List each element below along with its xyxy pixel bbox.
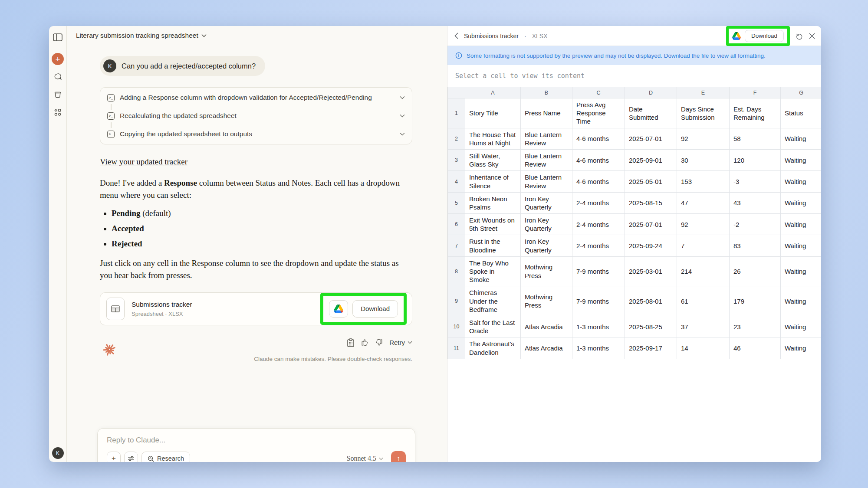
sheet-cell[interactable]: -2: [730, 214, 781, 235]
sheet-cell[interactable]: Atlas Arcadia: [521, 337, 572, 359]
sheet-cell[interactable]: Blue Lantern Review: [521, 149, 572, 170]
row-number[interactable]: 9: [448, 286, 465, 316]
column-header-c[interactable]: C: [572, 87, 625, 98]
google-drive-button[interactable]: [329, 300, 348, 318]
file-card[interactable]: Submissions tracker Spreadsheet · XLSX D…: [100, 292, 412, 325]
research-button[interactable]: Research: [141, 452, 190, 462]
column-header-f[interactable]: F: [730, 87, 781, 98]
sheet-cell[interactable]: The Astronaut's Dandelion: [465, 337, 521, 359]
version-history-button[interactable]: [796, 32, 803, 40]
google-drive-icon[interactable]: [732, 32, 741, 40]
sheet-cell[interactable]: 26: [730, 256, 781, 286]
model-selector[interactable]: Sonnet 4.5: [347, 455, 383, 462]
row-number[interactable]: 7: [448, 235, 465, 256]
sheet-cell[interactable]: Waiting: [781, 149, 822, 170]
tool-step-row[interactable]: >_ Copying the updated spreadsheet to ou…: [100, 125, 412, 143]
sheet-cell[interactable]: 2-4 months: [572, 235, 625, 256]
row-number[interactable]: 5: [448, 192, 465, 213]
sheet-cell[interactable]: Atlas Arcadia: [521, 316, 572, 337]
download-button[interactable]: Download: [352, 300, 398, 318]
back-button[interactable]: [454, 33, 458, 39]
thumbs-down-button[interactable]: [375, 338, 383, 347]
row-number[interactable]: 6: [448, 214, 465, 235]
sheet-cell[interactable]: 14: [677, 337, 730, 359]
sheet-cell[interactable]: The House That Hums at Night: [465, 128, 521, 149]
chat-scroll-area[interactable]: K Can you add a rejected/accepted column…: [67, 45, 447, 462]
sheet-cell[interactable]: Rust in the Bloodline: [465, 235, 521, 256]
sheet-cell[interactable]: 2025-07-01: [625, 214, 677, 235]
sheet-cell[interactable]: 46: [730, 337, 781, 359]
chevron-down-icon[interactable]: [400, 96, 405, 99]
column-header-g[interactable]: G: [781, 87, 822, 98]
sheet-cell[interactable]: 2025-03-01: [625, 256, 677, 286]
sheet-cell[interactable]: Waiting: [781, 171, 822, 192]
sheet-cell[interactable]: 7-9 months: [572, 286, 625, 316]
sheet-cell[interactable]: 43: [730, 192, 781, 213]
sheet-cell[interactable]: 2025-09-01: [625, 149, 677, 170]
sheet-cell[interactable]: 2025-09-17: [625, 337, 677, 359]
sheet-cell[interactable]: Waiting: [781, 235, 822, 256]
send-button[interactable]: ↑: [391, 451, 406, 462]
sheet-cell[interactable]: 214: [677, 256, 730, 286]
sheet-cell[interactable]: 2025-08-25: [625, 316, 677, 337]
sheet-cell[interactable]: Chimeras Under the Bedframe: [465, 286, 521, 316]
sheet-cell[interactable]: 2025-05-01: [625, 171, 677, 192]
sheet-cell[interactable]: Iron Key Quarterly: [521, 214, 572, 235]
sheet-cell[interactable]: Waiting: [781, 286, 822, 316]
sheet-cell[interactable]: Mothwing Press: [521, 256, 572, 286]
chevron-down-icon[interactable]: [400, 132, 405, 136]
sheet-cell[interactable]: 2-4 months: [572, 192, 625, 213]
sheet-cell[interactable]: Blue Lantern Review: [521, 171, 572, 192]
new-chat-button[interactable]: +: [52, 53, 64, 65]
tools-button[interactable]: [124, 452, 138, 462]
sheet-cell[interactable]: 2025-09-24: [625, 235, 677, 256]
sheet-cell[interactable]: 7: [677, 235, 730, 256]
sheet-cell[interactable]: 23: [730, 316, 781, 337]
sheet-cell[interactable]: Waiting: [781, 256, 822, 286]
sheet-cell[interactable]: Broken Neon Psalms: [465, 192, 521, 213]
select-all-corner[interactable]: [448, 87, 465, 98]
sheet-cell[interactable]: Mothwing Press: [521, 286, 572, 316]
sheet-cell[interactable]: 4-6 months: [572, 149, 625, 170]
row-number[interactable]: 3: [448, 149, 465, 170]
reply-input[interactable]: Reply to Claude...: [107, 436, 406, 445]
sheet-cell[interactable]: Salt for the Last Oracle: [465, 316, 521, 337]
sheet-cell[interactable]: 2025-08-01: [625, 286, 677, 316]
sheet-cell[interactable]: 37: [677, 316, 730, 337]
retry-button[interactable]: Retry: [389, 339, 412, 346]
sheet-cell[interactable]: 2025-08-15: [625, 192, 677, 213]
sidebar-item-apps[interactable]: [52, 106, 64, 118]
attach-button[interactable]: +: [107, 452, 121, 462]
sheet-cell[interactable]: 61: [677, 286, 730, 316]
sheet-cell[interactable]: 92: [677, 128, 730, 149]
row-number[interactable]: 2: [448, 128, 465, 149]
sheet-cell[interactable]: Blue Lantern Review: [521, 128, 572, 149]
sheet-cell[interactable]: 153: [677, 171, 730, 192]
sheet-cell[interactable]: Waiting: [781, 192, 822, 213]
download-button[interactable]: Download: [745, 30, 784, 42]
sheet-cell[interactable]: Press Name: [521, 98, 572, 128]
sheet-cell[interactable]: Story Title: [465, 98, 521, 128]
sheet-cell[interactable]: Exit Wounds on 5th Street: [465, 214, 521, 235]
sheet-cell[interactable]: 30: [677, 149, 730, 170]
user-avatar[interactable]: K: [52, 447, 64, 459]
sheet-cell[interactable]: The Boy Who Spoke in Smoke: [465, 256, 521, 286]
sheet-cell[interactable]: 4-6 months: [572, 171, 625, 192]
sheet-cell[interactable]: 58: [730, 128, 781, 149]
row-number[interactable]: 8: [448, 256, 465, 286]
copy-button[interactable]: [347, 338, 355, 347]
sheet-cell[interactable]: 2-4 months: [572, 214, 625, 235]
sheet-cell[interactable]: Days Since Submission: [677, 98, 730, 128]
column-header-e[interactable]: E: [677, 87, 730, 98]
column-header-d[interactable]: D: [625, 87, 677, 98]
row-number[interactable]: 1: [448, 98, 465, 128]
chat-title-bar[interactable]: Literary submission tracking spreadsheet: [67, 26, 447, 45]
row-number[interactable]: 10: [448, 316, 465, 337]
row-number[interactable]: 4: [448, 171, 465, 192]
row-number[interactable]: 11: [448, 337, 465, 359]
tool-step-row[interactable]: >_ Adding a Response column with dropdow…: [100, 88, 412, 107]
sheet-cell[interactable]: 4-6 months: [572, 128, 625, 149]
sheet-cell[interactable]: Date Submitted: [625, 98, 677, 128]
sheet-cell[interactable]: Waiting: [781, 316, 822, 337]
sidebar-item-chats[interactable]: [52, 71, 64, 83]
